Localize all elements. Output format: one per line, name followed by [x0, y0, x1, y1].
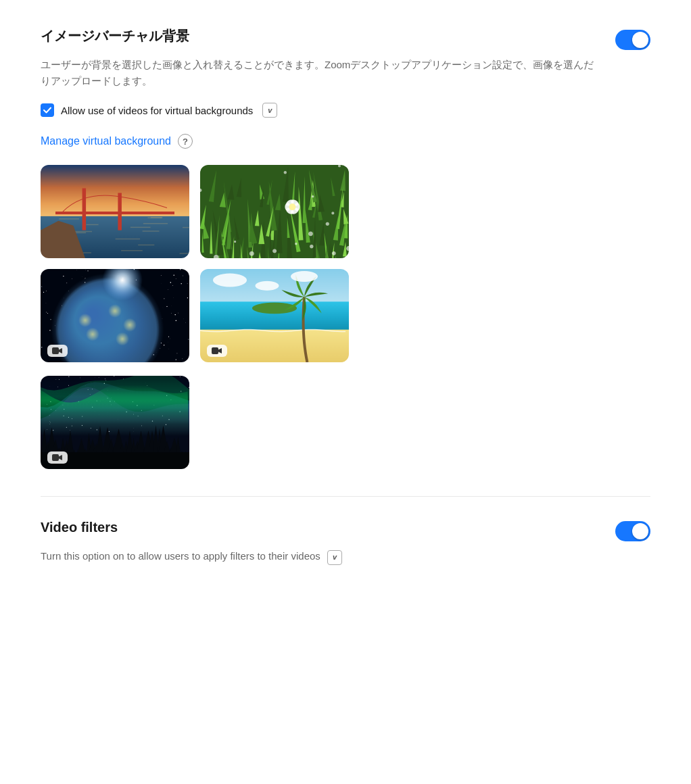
toggle-thumb	[632, 32, 648, 48]
video-indicator-beach	[207, 345, 227, 357]
virtual-bg-header: イメージバーチャル背景	[41, 27, 650, 50]
checkmark-icon	[43, 106, 51, 114]
svg-rect-2	[52, 454, 59, 461]
allow-videos-label: Allow use of videos for virtual backgrou…	[61, 105, 253, 116]
bg-thumb-earth-space[interactable]	[41, 269, 189, 362]
video-filters-title: Video filters	[41, 518, 118, 536]
help-icon[interactable]: ?	[178, 134, 193, 149]
video-filters-version-badge: v	[327, 550, 342, 565]
virtual-bg-toggle[interactable]	[615, 30, 650, 50]
bg-thumb-grass[interactable]	[200, 165, 349, 258]
allow-videos-row: Allow use of videos for virtual backgrou…	[41, 103, 650, 118]
video-filters-description: Turn this option on to allow users to ap…	[41, 548, 595, 565]
video-filters-toggle[interactable]	[615, 521, 650, 541]
video-camera-icon-earth	[52, 347, 63, 355]
svg-rect-0	[52, 347, 59, 354]
virtual-bg-description: ユーザーが背景を選択した画像と入れ替えることができます。Zoomデスクトップアプ…	[41, 57, 595, 89]
bg-thumb-golden-gate[interactable]	[41, 165, 189, 258]
video-filters-toggle-thumb	[632, 523, 648, 539]
bg-canvas-golden-gate	[41, 165, 189, 258]
virtual-bg-section: イメージバーチャル背景 ユーザーが背景を選択した画像と入れ替えることができます。…	[41, 27, 650, 469]
bg-thumb-beach[interactable]	[200, 269, 349, 362]
manage-virtual-bg-link[interactable]: Manage virtual background	[41, 135, 171, 147]
virtual-bg-title: イメージバーチャル背景	[41, 27, 189, 45]
toggle-track[interactable]	[615, 30, 650, 50]
video-filters-header: Video filters	[41, 518, 650, 541]
video-camera-icon-beach	[212, 347, 222, 355]
svg-rect-1	[212, 347, 218, 354]
video-filters-section: Video filters Turn this option on to all…	[41, 518, 650, 565]
bg-canvas-grass	[200, 165, 349, 258]
video-filters-toggle-track[interactable]	[615, 521, 650, 541]
bg-image-grid	[41, 165, 650, 362]
allow-videos-checkbox[interactable]	[41, 103, 54, 117]
allow-videos-version-badge: v	[262, 103, 277, 118]
video-indicator-earth	[47, 345, 68, 357]
video-camera-icon-aurora	[52, 454, 63, 462]
video-indicator-aurora	[47, 451, 68, 464]
manage-link-row: Manage virtual background ?	[41, 134, 650, 149]
bg-image-grid-row2	[41, 376, 650, 469]
section-divider	[41, 496, 650, 497]
bg-thumb-aurora[interactable]	[41, 376, 189, 469]
